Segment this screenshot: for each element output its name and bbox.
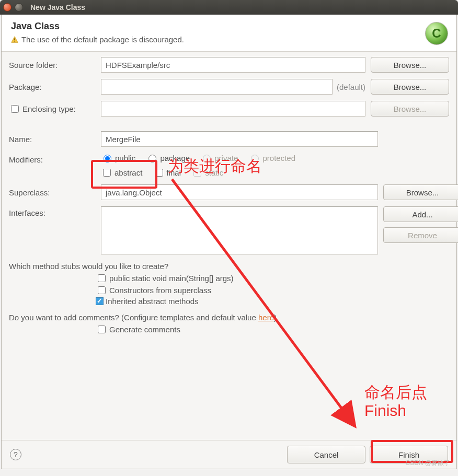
name-input[interactable] [101, 131, 378, 147]
dialog-footer: ? Cancel Finish [2, 440, 456, 469]
modifiers-block: public package private protected abstrac… [101, 153, 458, 178]
minimize-icon[interactable] [15, 3, 23, 11]
class-badge-icon: C [425, 22, 448, 45]
source-folder-input[interactable] [101, 57, 365, 73]
interfaces-list[interactable] [101, 206, 378, 254]
method-stubs-options: public static void main(String[] args) C… [9, 273, 449, 306]
svg-rect-2 [14, 41, 15, 42]
dialog-body: Java Class The use of the default packag… [1, 15, 457, 469]
comments-question: Do you want to add comments? (Configure … [9, 313, 449, 322]
superclass-input[interactable] [101, 184, 378, 200]
browse-superclass-button[interactable]: Browse... [383, 184, 458, 200]
enclosing-type-check[interactable]: Enclosing type: [9, 103, 87, 114]
browse-enclosing-button: Browse... [371, 101, 449, 117]
checked-icon[interactable] [96, 297, 104, 305]
here-link[interactable]: here [258, 313, 274, 322]
enclosing-type-input [101, 101, 365, 117]
add-interface-button[interactable]: Add... [383, 206, 458, 222]
label-interfaces: Interfaces: [9, 206, 96, 217]
label-package: Package: [9, 83, 96, 91]
close-icon[interactable] [3, 3, 12, 11]
label-source-folder: Source folder: [9, 61, 96, 69]
form-grid-top: Source folder: Browse... Package: (defau… [9, 57, 449, 117]
window-titlebar: New Java Class [0, 0, 458, 15]
mod-protected: protected [248, 153, 295, 162]
comments-options: Generate comments [9, 324, 449, 335]
package-input[interactable] [101, 79, 333, 95]
window-title: New Java Class [30, 3, 85, 11]
browse-package-button[interactable]: Browse... [371, 79, 449, 95]
warning-text: The use of the default package is discou… [21, 35, 184, 44]
stub-main[interactable]: public static void main(String[] args) [96, 273, 441, 284]
help-icon[interactable]: ? [10, 449, 21, 460]
mod-static: static [191, 167, 223, 178]
label-modifiers: Modifiers: [9, 153, 96, 164]
warning-icon [11, 36, 18, 43]
stub-inherited[interactable]: Inherited abstract methods [96, 297, 441, 306]
enclosing-type-checkbox[interactable] [11, 105, 19, 113]
remove-interface-button: Remove [383, 227, 458, 243]
stub-constructors[interactable]: Constructors from superclass [96, 285, 441, 296]
watermark: CSDN @雾散了 [405, 459, 450, 468]
cancel-button[interactable]: Cancel [287, 446, 365, 463]
mod-public[interactable]: public [101, 153, 135, 162]
annotation-finish-text: 命名后点 Finish [364, 384, 427, 420]
dialog-content: Source folder: Browse... Package: (defau… [2, 52, 456, 340]
warning-row: The use of the default package is discou… [11, 35, 447, 44]
dialog-header: Java Class The use of the default packag… [2, 15, 456, 52]
label-superclass: Superclass: [9, 188, 96, 197]
method-stubs-question: Which method stubs would you like to cre… [9, 262, 449, 271]
label-name: Name: [9, 135, 96, 144]
mod-private: private [200, 153, 238, 162]
generate-comments[interactable]: Generate comments [96, 324, 441, 335]
svg-rect-1 [14, 38, 15, 40]
mod-final[interactable]: final [153, 167, 181, 178]
mod-package[interactable]: package [146, 153, 190, 162]
form-grid-main: Name: Modifiers: public package private … [9, 131, 449, 254]
mod-abstract[interactable]: abstract [101, 167, 142, 178]
browse-source-button[interactable]: Browse... [371, 57, 449, 73]
page-title: Java Class [11, 21, 447, 32]
package-default-label: (default) [337, 83, 365, 91]
